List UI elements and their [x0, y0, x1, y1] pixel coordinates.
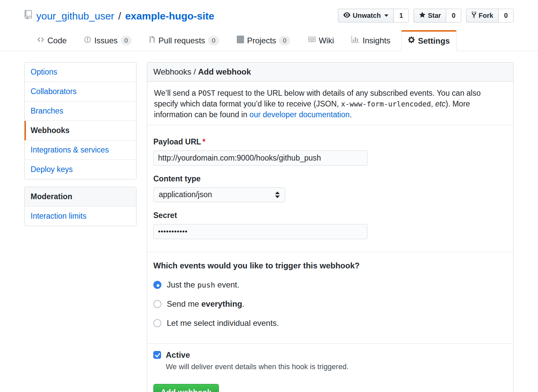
events-section: Which events would you like to trigger t… — [147, 252, 513, 343]
content-type-label: Content type — [153, 174, 507, 183]
radio-just-push-event[interactable]: Just the push event. — [153, 280, 507, 290]
tab-issues[interactable]: Issues 0 — [77, 30, 138, 51]
chevron-down-icon — [384, 14, 388, 17]
tab-label: Pull requests — [158, 36, 205, 45]
radio-send-everything[interactable]: Send me everything. — [153, 299, 507, 309]
gear-icon — [408, 36, 415, 46]
add-webhook-button[interactable]: Add webhook — [153, 384, 219, 392]
star-group: Star 0 — [414, 9, 461, 23]
tab-label: Code — [47, 36, 67, 45]
select-chevrons-icon — [275, 191, 280, 198]
events-question: Which events would you like to trigger t… — [153, 261, 507, 270]
payload-url-label: Payload URL* — [153, 137, 507, 146]
settings-content: Options Collaborators Branches Webhooks … — [0, 51, 538, 392]
code-icon — [37, 36, 44, 45]
description-text: We’ll send a — [154, 89, 198, 97]
content-type-value: application/json — [159, 190, 212, 199]
repo-icon — [24, 10, 32, 22]
fork-group: Fork 0 — [466, 9, 513, 23]
watch-group: Unwatch 1 — [338, 9, 409, 23]
content-type-select[interactable]: application/json — [153, 187, 285, 202]
tab-projects[interactable]: Projects 0 — [230, 30, 297, 51]
fork-label: Fork — [479, 12, 493, 19]
unwatch-label: Unwatch — [353, 12, 381, 19]
issues-count-badge: 0 — [121, 36, 132, 45]
tab-label: Wiki — [319, 36, 334, 45]
repo-name-link[interactable]: example-hugo-site — [125, 10, 214, 22]
webhook-form-fields: Payload URL* Content type application/js… — [147, 125, 513, 252]
push-code-text: push — [197, 281, 215, 289]
payload-url-label-text: Payload URL — [153, 137, 201, 146]
tab-code[interactable]: Code — [30, 30, 73, 51]
settings-menu: Options Collaborators Branches Webhooks … — [24, 62, 137, 179]
unwatch-button[interactable]: Unwatch — [338, 9, 394, 23]
tab-pull-requests[interactable]: Pull requests 0 — [142, 30, 226, 51]
tab-insights[interactable]: Insights — [345, 30, 397, 51]
book-icon — [308, 36, 316, 45]
radio-label: Send me everything. — [167, 299, 244, 309]
fork-button[interactable]: Fork — [466, 9, 499, 23]
repo-forked-icon — [471, 11, 476, 20]
eye-icon — [343, 11, 350, 20]
tab-label: Issues — [94, 36, 117, 45]
active-label: Active — [166, 350, 190, 360]
payload-url-input[interactable] — [153, 150, 368, 166]
star-icon — [419, 11, 426, 20]
breadcrumb-add-webhook: Add webhook — [198, 67, 251, 76]
tab-wiki[interactable]: Wiki — [301, 30, 341, 51]
git-pull-request-icon — [149, 36, 155, 45]
radio-selected-icon[interactable] — [153, 281, 161, 289]
star-button[interactable]: Star — [414, 9, 447, 23]
repo-title: your_github_user / example-hugo-site — [24, 9, 214, 22]
repo-header: your_github_user / example-hugo-site Unw… — [0, 0, 538, 23]
radio-individual-events[interactable]: Let me select individual events. — [153, 318, 507, 328]
project-icon — [237, 36, 244, 45]
sidebar-item-integrations[interactable]: Integrations & services — [25, 140, 136, 160]
graph-icon — [351, 36, 359, 45]
repo-tab-nav: Code Issues 0 Pull requests 0 Projects 0… — [0, 30, 538, 51]
active-description: We will deliver event details when this … — [166, 362, 507, 371]
radio-unselected-icon[interactable] — [153, 319, 161, 327]
active-section: Active We will deliver event details whe… — [147, 344, 513, 392]
moderation-header: Moderation — [25, 187, 136, 207]
repo-separator: / — [118, 10, 121, 22]
forks-count[interactable]: 0 — [499, 9, 513, 23]
sidebar-item-webhooks[interactable]: Webhooks — [25, 121, 136, 140]
urlencoded-code-text: x-www-form-urlencoded — [341, 100, 431, 108]
radio-unselected-icon[interactable] — [153, 300, 161, 308]
breadcrumb-webhooks: Webhooks — [153, 67, 191, 76]
description-text: . — [350, 110, 352, 119]
repo-social-actions: Unwatch 1 Star 0 Fork 0 — [338, 9, 513, 23]
moderation-menu: Moderation Interaction limits — [24, 187, 137, 226]
webhook-description: We’ll send a POST request to the URL bel… — [147, 82, 513, 125]
issue-opened-icon — [84, 36, 91, 45]
radio-label: Let me select individual events. — [167, 318, 279, 328]
etc-italic-text: etc — [435, 99, 446, 108]
everything-bold-text: everything — [201, 299, 242, 308]
sidebar-item-branches[interactable]: Branches — [25, 101, 136, 121]
tab-settings[interactable]: Settings — [401, 30, 457, 51]
sidebar-item-collaborators[interactable]: Collaborators — [25, 82, 136, 101]
settings-sidebar: Options Collaborators Branches Webhooks … — [24, 62, 137, 226]
breadcrumb-separator: / — [191, 67, 198, 76]
checkbox-checked-icon[interactable] — [153, 351, 161, 359]
post-code-text: POST — [198, 89, 215, 97]
developer-documentation-link[interactable]: our developer documentation — [249, 110, 350, 119]
sidebar-item-deploy-keys[interactable]: Deploy keys — [25, 160, 136, 179]
tab-label: Insights — [362, 36, 390, 45]
tab-label: Settings — [418, 36, 450, 46]
watchers-count[interactable]: 1 — [394, 9, 409, 23]
secret-input[interactable] — [153, 224, 368, 239]
stargazers-count[interactable]: 0 — [446, 9, 461, 23]
repo-owner-link[interactable]: your_github_user — [36, 10, 114, 22]
pull-requests-count-badge: 0 — [208, 36, 219, 45]
tab-label: Projects — [247, 36, 276, 45]
projects-count-badge: 0 — [279, 36, 290, 45]
breadcrumb: Webhooks / Add webhook — [147, 62, 513, 82]
radio-label: Just the push event. — [167, 280, 239, 290]
sidebar-item-options[interactable]: Options — [25, 62, 136, 82]
required-asterisk: * — [202, 137, 205, 146]
star-label: Star — [428, 12, 441, 19]
active-checkbox-row[interactable]: Active — [153, 350, 507, 360]
sidebar-item-interaction-limits[interactable]: Interaction limits — [25, 207, 136, 226]
